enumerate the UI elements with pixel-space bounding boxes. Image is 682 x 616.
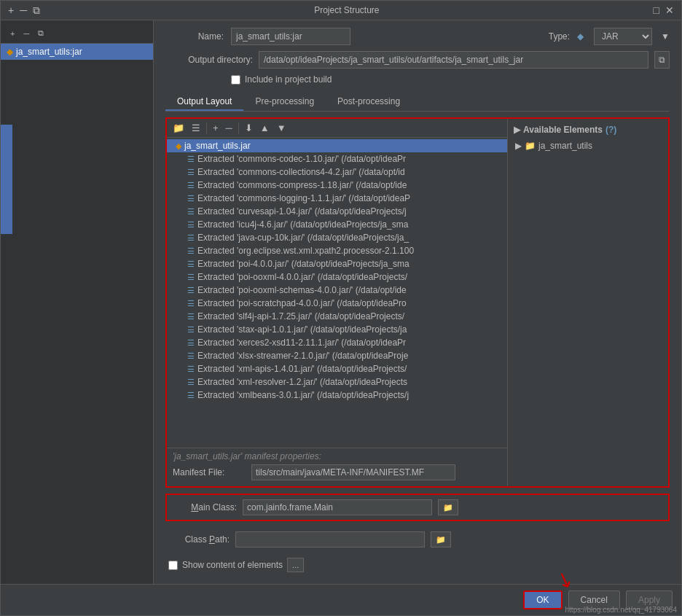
tree-item-13[interactable]: ☰ Extracted 'stax-api-1.0.1.jar/' (/data… (167, 323, 507, 336)
extracted-icon-18: ☰ (187, 391, 195, 400)
tree-item-18[interactable]: ☰ Extracted 'xmlbeans-3.0.1.jar/' (/data… (167, 389, 507, 402)
sidebar-accent (1, 125, 12, 234)
include-build-row: Include in project build (231, 74, 670, 85)
extracted-icon-6: ☰ (187, 233, 195, 243)
toolbar-separator-2 (238, 122, 239, 134)
class-path-browse-btn[interactable]: 📁 (431, 531, 451, 547)
sidebar-toolbar: + ─ ⧉ (1, 23, 153, 44)
manifest-file-row: Manifest File: (173, 464, 501, 480)
tree-item-label-6: Extracted 'java-cup-10k.jar/' (/data/opt… (197, 233, 409, 243)
tree-item-8[interactable]: ☰ Extracted 'poi-4.0.0.jar/' (/data/opt/… (167, 257, 507, 270)
copy-btn[interactable]: ⧉ (33, 5, 40, 15)
extracted-icon-15: ☰ (187, 351, 195, 361)
tree-item-label-13: Extracted 'stax-api-1.0.1.jar/' (/data/o… (197, 324, 407, 335)
extracted-icon-16: ☰ (187, 364, 195, 374)
tab-output-layout[interactable]: Output Layout (165, 93, 243, 111)
sidebar-remove-btn[interactable]: ─ (20, 26, 33, 40)
close-btn[interactable]: ✕ (665, 5, 674, 15)
tab-postprocessing[interactable]: Post-processing (326, 93, 412, 111)
tree-item-2[interactable]: ☰ Extracted 'commons-compress-1.18.jar/'… (167, 179, 507, 192)
tree-item-7[interactable]: ☰ Extracted 'org.eclipse.wst.xml.xpath2.… (167, 244, 507, 257)
artifact-folder-btn[interactable]: 📁 (170, 121, 187, 135)
available-header: ▶ Available Elements (?) (511, 122, 665, 138)
main-content: Name: Type: ◆ JAR ▼ Output directory: ⧉ (154, 20, 681, 584)
manifest-file-input[interactable] (251, 464, 455, 480)
sidebar-item-label: ja_smart_utils:jar (16, 47, 82, 57)
tree-item-5[interactable]: ☰ Extracted 'icu4j-4.6.jar/' (/data/opt/… (167, 218, 507, 231)
add-btn[interactable]: + (8, 5, 14, 15)
output-dir-label: Output directory: (165, 55, 253, 65)
available-folder-icon: 📁 (525, 141, 536, 151)
tree-item-3[interactable]: ☰ Extracted 'commons-logging-1.1.1.jar/'… (167, 192, 507, 205)
tree-item-label-8: Extracted 'poi-4.0.0.jar/' (/data/opt/id… (197, 259, 409, 269)
project-structure-dialog: + ─ ⧉ Project Structure □ ✕ + ─ ⧉ ◆ ja_s… (0, 0, 682, 616)
output-dir-input[interactable] (259, 51, 648, 69)
sidebar-copy-btn[interactable]: ⧉ (34, 26, 47, 40)
tree-item-9[interactable]: ☰ Extracted 'poi-ooxml-4.0.0.jar/' (/dat… (167, 270, 507, 284)
dialog-title: Project Structure (40, 5, 653, 15)
show-content-btn[interactable]: ... (287, 558, 304, 572)
tab-preprocessing[interactable]: Pre-processing (243, 93, 326, 111)
class-path-input[interactable] (235, 531, 425, 547)
sidebar-add-btn[interactable]: + (7, 26, 18, 40)
tree-item-label-15: Extracted 'xlsx-streamer-2.1.0.jar/' (/d… (197, 351, 408, 361)
extracted-icon-10: ☰ (187, 286, 195, 295)
show-content-checkbox[interactable] (168, 561, 178, 570)
name-label: Name: (165, 31, 224, 42)
type-select[interactable]: JAR (594, 28, 652, 45)
ok-button[interactable]: OK (523, 590, 562, 609)
tree-item-14[interactable]: ☰ Extracted 'xerces2-xsd11-2.11.1.jar/' … (167, 336, 507, 349)
artifact-up-btn[interactable]: ▲ (257, 121, 273, 135)
tree-item-label-11: Extracted 'poi-scratchpad-4.0.0.jar/' (/… (197, 298, 407, 308)
tree-item-label-12: Extracted 'slf4j-api-1.7.25.jar/' (/data… (197, 311, 404, 321)
artifact-sort-btn[interactable]: ⬇ (242, 121, 256, 135)
main-class-browse-btn[interactable]: 📁 (438, 499, 458, 515)
title-bar: + ─ ⧉ Project Structure □ ✕ (1, 1, 681, 20)
extracted-icon-13: ☰ (187, 325, 195, 335)
name-input[interactable] (231, 28, 350, 45)
artifact-panel: 📁 ☰ + ─ ⬇ ▲ ▼ ◆ ja_smart_u (165, 117, 670, 488)
main-class-section: Main Class: 📁 (165, 494, 670, 521)
artifact-toolbar: 📁 ☰ + ─ ⬇ ▲ ▼ (167, 119, 507, 138)
sidebar-item-jar[interactable]: ◆ ja_smart_utils:jar (1, 44, 153, 60)
tree-item-label-14: Extracted 'xerces2-xsd11-2.11.1.jar/' (/… (197, 338, 406, 348)
extracted-icon-1: ☰ (187, 168, 195, 177)
minimize-window-btn[interactable]: ─ (20, 5, 27, 15)
output-dir-browse-btn[interactable]: ⧉ (654, 51, 670, 69)
artifact-tree[interactable]: ◆ ja_smart_utils.jar ☰ Extracted 'common… (167, 138, 507, 448)
tree-item-15[interactable]: ☰ Extracted 'xlsx-streamer-2.1.0.jar/' (… (167, 349, 507, 362)
manifest-label: 'ja_smart_utils.jar' manifest properties… (173, 451, 501, 461)
extracted-icon-8: ☰ (187, 260, 195, 269)
type-label: Type: (541, 31, 570, 42)
tree-item-10[interactable]: ☰ Extracted 'poi-ooxml-schemas-4.0.0.jar… (167, 284, 507, 297)
help-icon[interactable]: (?) (605, 125, 616, 135)
tree-item-0[interactable]: ☰ Extracted 'commons-codec-1.10.jar/' (/… (167, 152, 507, 165)
tree-item-label-1: Extracted 'commons-collections4-4.2.jar/… (197, 167, 405, 177)
artifact-down-btn[interactable]: ▼ (274, 121, 289, 135)
tree-item-label-0: Extracted 'commons-codec-1.10.jar/' (/da… (197, 154, 406, 164)
tree-item-11[interactable]: ☰ Extracted 'poi-scratchpad-4.0.0.jar/' … (167, 297, 507, 310)
tree-item-1[interactable]: ☰ Extracted 'commons-collections4-4.2.ja… (167, 165, 507, 179)
main-class-input[interactable] (243, 499, 432, 515)
toolbar-separator-1 (206, 122, 207, 134)
tree-item-16[interactable]: ☰ Extracted 'xml-apis-1.4.01.jar/' (/dat… (167, 362, 507, 375)
tree-item-12[interactable]: ☰ Extracted 'slf4j-api-1.7.25.jar/' (/da… (167, 310, 507, 323)
available-item-0[interactable]: ▶ 📁 ja_smart_utils (511, 139, 665, 152)
dialog-footer: ↘ OK Cancel Apply https://blog.csdn.net/… (1, 584, 681, 615)
extracted-icon-11: ☰ (187, 299, 195, 308)
watermark: https://blog.csdn.net/qq_41793064 (565, 606, 677, 614)
main-class-label: Main Class: (173, 502, 237, 512)
tree-item-root[interactable]: ◆ ja_smart_utils.jar (167, 139, 507, 152)
include-build-checkbox[interactable] (231, 75, 240, 85)
tree-item-label-5: Extracted 'icu4j-4.6.jar/' (/data/opt/id… (197, 219, 408, 230)
artifact-add-btn[interactable]: + (210, 121, 222, 135)
artifact-list-btn[interactable]: ☰ (189, 121, 203, 135)
tree-item-label-3: Extracted 'commons-logging-1.1.1.jar/' (… (197, 193, 410, 203)
maximize-btn[interactable]: □ (654, 5, 659, 15)
tree-item-label-17: Extracted 'xml-resolver-1.2.jar/' (/data… (197, 377, 407, 387)
tree-item-17[interactable]: ☰ Extracted 'xml-resolver-1.2.jar/' (/da… (167, 375, 507, 389)
tree-item-6[interactable]: ☰ Extracted 'java-cup-10k.jar/' (/data/o… (167, 231, 507, 244)
artifact-right: ▶ Available Elements (?) ▶ 📁 ja_smart_ut… (508, 119, 668, 486)
tree-item-4[interactable]: ☰ Extracted 'curvesapi-1.04.jar/' (/data… (167, 205, 507, 218)
artifact-remove-btn[interactable]: ─ (223, 121, 235, 135)
